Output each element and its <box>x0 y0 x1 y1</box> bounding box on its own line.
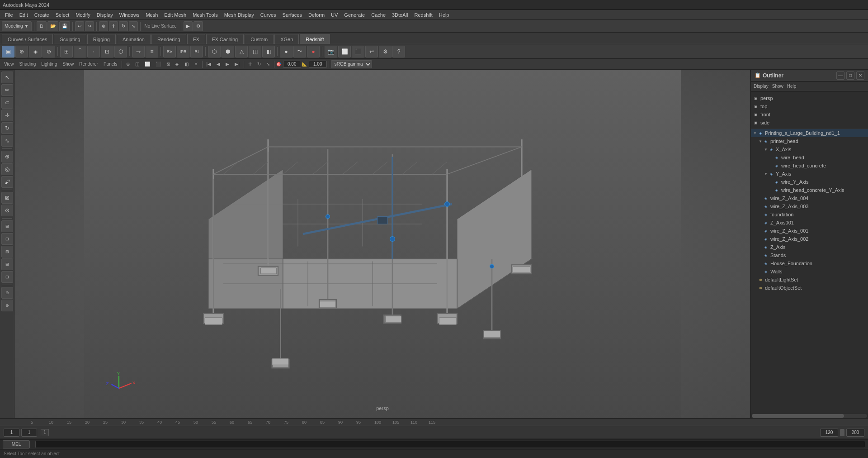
mel-input[interactable] <box>35 441 865 448</box>
rv-button[interactable]: RV <box>163 46 176 57</box>
tab-rendering[interactable]: Rendering <box>151 34 186 44</box>
mel-tab[interactable]: MEL <box>3 440 30 448</box>
camera-icon-button[interactable]: 📷 <box>325 46 337 57</box>
wave-button[interactable]: 〜 <box>293 46 306 57</box>
outliner-item-printing-large[interactable]: ▼ ◈ Printing_a_Large_Building_nd1_1 <box>751 129 868 137</box>
outliner-minimize-btn[interactable]: — <box>836 72 844 80</box>
tab-sculpting[interactable]: Sculpting <box>54 34 86 44</box>
menu-item-create[interactable]: Create <box>31 11 52 19</box>
x-coord-input[interactable] <box>283 61 301 68</box>
wireframe-btn[interactable]: ⊠ <box>164 60 172 68</box>
next-frame-btn[interactable]: ▶| <box>232 60 242 68</box>
loopback-button[interactable]: ↩ <box>365 46 378 57</box>
select-tool-left[interactable]: ↖ <box>1 72 13 83</box>
outliner-item-z-axis001[interactable]: ▶ ◈ Z_Axis001 <box>751 219 868 227</box>
paint-select-left[interactable]: 🖌 <box>1 176 13 188</box>
menu-item-help[interactable]: Help <box>436 11 453 19</box>
undo-button[interactable]: ↩ <box>75 21 84 31</box>
outliner-item-default-light-set[interactable]: ▶ ⊕ defaultLightSet <box>751 276 868 284</box>
num-display-3[interactable]: ⊟ <box>1 246 13 258</box>
outliner-item-persp[interactable]: ▣ persp <box>751 94 868 102</box>
num-display-4[interactable]: ⊞ <box>1 258 13 270</box>
nurbs-button[interactable]: △ <box>235 46 248 57</box>
outliner-item-wire-z-004[interactable]: ▶ ◈ wire_Z_Axis_004 <box>751 194 868 202</box>
menu-item-mesh[interactable]: Mesh <box>142 11 161 19</box>
channel-box-button[interactable]: ≡ <box>146 46 158 57</box>
smooth-button[interactable]: ⬢ <box>222 46 234 57</box>
new-scene-button[interactable]: 🗋 <box>37 21 47 31</box>
end-playback-input[interactable] <box>820 429 838 437</box>
y-coord-input[interactable] <box>309 61 327 68</box>
view-menu-view[interactable]: View <box>2 60 16 68</box>
select-component-button[interactable]: ◈ <box>29 46 42 57</box>
start-frame-input[interactable] <box>4 429 19 437</box>
settings-button[interactable]: ⚙ <box>379 46 392 57</box>
outliner-item-printer-head[interactable]: ▼ ◈ printer_head <box>751 137 868 145</box>
poly-button[interactable]: ⬡ <box>208 46 221 57</box>
view-menu-lighting[interactable]: Lighting <box>39 60 59 68</box>
outliner-item-side[interactable]: ▣ side <box>751 119 868 127</box>
snap-surface-button[interactable]: ⬡ <box>114 46 127 57</box>
outliner-item-wire-head-concrete-y[interactable]: ▶ ◈ wire_head_concrete_Y_Axis <box>751 186 868 194</box>
prev-frame-btn[interactable]: |◀ <box>204 60 214 68</box>
menu-item-generate[interactable]: Generate <box>341 11 368 19</box>
play-back-btn[interactable]: ◀ <box>214 60 222 68</box>
camera-fit-btn[interactable]: ◫ <box>133 60 142 68</box>
menu-item-windows[interactable]: Windows <box>116 11 143 19</box>
outliner-restore-btn[interactable]: □ <box>846 72 854 80</box>
end-total-input[interactable] <box>846 429 864 437</box>
num-display-5[interactable]: ⊡ <box>1 271 13 283</box>
scale-icon-btn[interactable]: ⤡ <box>264 60 272 68</box>
outliner-close-btn[interactable]: ✕ <box>856 72 864 80</box>
snap-curve-button[interactable]: ⌒ <box>74 46 86 57</box>
film2-button[interactable]: ⬛ <box>352 46 364 57</box>
image-plane-btn[interactable]: ⬛ <box>153 60 163 68</box>
tab-xgen[interactable]: XGen <box>274 34 299 44</box>
subdiv-button[interactable]: ◫ <box>249 46 261 57</box>
snap-tool-left[interactable]: ⊕ <box>1 151 13 162</box>
play-fwd-btn[interactable]: ▶ <box>223 60 231 68</box>
menu-item-file[interactable]: File <box>2 11 16 19</box>
snap-view-button[interactable]: ⊡ <box>101 46 113 57</box>
tab-redshift[interactable]: Redshift <box>300 34 330 44</box>
snap-point-button[interactable]: · <box>87 46 100 57</box>
view-menu-renderer[interactable]: Renderer <box>77 60 100 68</box>
view-menu-panels[interactable]: Panels <box>101 60 120 68</box>
tab-custom[interactable]: Custom <box>245 34 274 44</box>
outliner-item-wire-z-003[interactable]: ▶ ◈ wire_Z_Axis_003 <box>751 202 868 210</box>
rotate-tool-left[interactable]: ↻ <box>1 122 13 134</box>
display-mode-button[interactable]: ◧ <box>262 46 275 57</box>
material-sphere-button[interactable]: ● <box>280 46 292 57</box>
outliner-item-wire-z-001[interactable]: ▶ ◈ wire_Z_Axis_001 <box>751 227 868 235</box>
outliner-item-wire-y-axis[interactable]: ▶ ◈ wire_Y_Axis <box>751 178 868 186</box>
soft-select-left[interactable]: ◎ <box>1 163 13 175</box>
rotate-icon-btn[interactable]: ↻ <box>255 60 263 68</box>
tab-curves-surfaces[interactable]: Curves / Surfaces <box>2 34 53 44</box>
textured-btn[interactable]: ◧ <box>182 60 191 68</box>
view-menu-show[interactable]: Show <box>60 60 76 68</box>
menu-item-cache[interactable]: Cache <box>368 11 389 19</box>
paint-tool-left[interactable]: ✏ <box>1 84 13 96</box>
menu-item-mesh-tools[interactable]: Mesh Tools <box>189 11 221 19</box>
menu-item-deform[interactable]: Deform <box>305 11 328 19</box>
save-scene-button[interactable]: 💾 <box>59 21 70 31</box>
outliner-display-menu[interactable]: Display <box>754 84 769 89</box>
menu-item-display[interactable]: Display <box>94 11 116 19</box>
select-tool-button[interactable]: ⊕ <box>99 21 108 31</box>
menu-item-uv[interactable]: UV <box>328 11 341 19</box>
move-tool-left[interactable]: ✛ <box>1 110 13 121</box>
menu-item-select[interactable]: Select <box>52 11 73 19</box>
color-space-select[interactable]: sRGB gamma <box>331 60 372 68</box>
rotate-tool-button[interactable]: ↻ <box>119 21 128 31</box>
tab-rigging[interactable]: Rigging <box>87 34 116 44</box>
menu-item-curves[interactable]: Curves <box>257 11 279 19</box>
tab-fx-caching[interactable]: FX Caching <box>206 34 244 44</box>
outliner-item-default-object-set[interactable]: ▶ ⊕ defaultObjectSet <box>751 284 868 292</box>
current-frame-input[interactable] <box>21 429 37 437</box>
outliner-item-front[interactable]: ▣ front <box>751 110 868 119</box>
snap-grid-button[interactable]: ⊞ <box>60 46 73 57</box>
outliner-item-z-axis[interactable]: ▶ ◈ Z_Axis <box>751 243 868 251</box>
num-display-1[interactable]: ⊞ <box>1 220 13 232</box>
redo-button[interactable]: ↪ <box>85 21 94 31</box>
lasso-tool-left[interactable]: ⊂ <box>1 97 13 109</box>
